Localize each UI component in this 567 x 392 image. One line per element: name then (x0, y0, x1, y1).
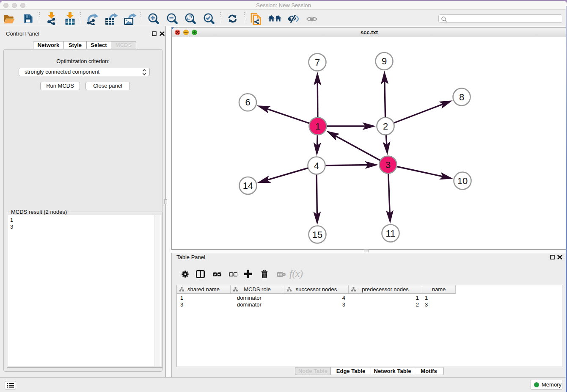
svg-text:9: 9 (382, 56, 387, 66)
svg-text:4: 4 (314, 160, 319, 171)
svg-text:8: 8 (459, 92, 464, 102)
svg-text:6: 6 (245, 97, 250, 108)
svg-text:11: 11 (386, 228, 396, 239)
svg-text:10: 10 (457, 176, 468, 186)
svg-text:1: 1 (315, 121, 320, 132)
svg-text:3: 3 (385, 160, 391, 170)
svg-text:14: 14 (243, 180, 253, 191)
svg-text:7: 7 (315, 57, 320, 68)
svg-text:2: 2 (383, 121, 388, 132)
svg-text:15: 15 (312, 229, 322, 240)
